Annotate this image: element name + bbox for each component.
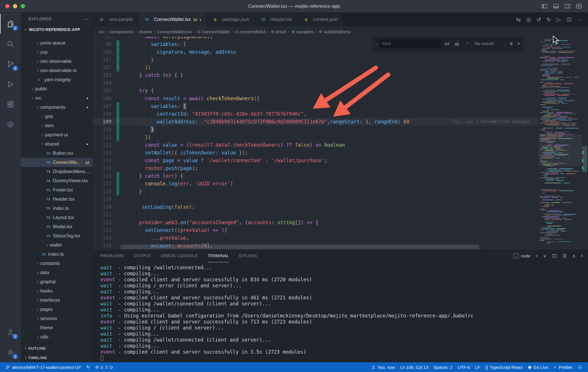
tree-folder-yocto-queue[interactable]: ›yocto-queue bbox=[21, 38, 93, 48]
workspace-section-header[interactable]: › MOJITO-REFERENCE-APP bbox=[21, 25, 93, 34]
tree-file-index-ts[interactable]: TSindex.ts bbox=[21, 250, 93, 259]
gutter[interactable]: 115 bbox=[93, 164, 133, 172]
code-line-124[interactable]: 124 ...prevValue, bbox=[93, 234, 539, 242]
tree-file-header-tsx[interactable]: TSHeader.tsx bbox=[21, 195, 93, 204]
zoom-window-button[interactable] bbox=[21, 4, 25, 8]
status-go-live[interactable]: ◉Go Live bbox=[525, 362, 551, 372]
tree-folder-graphql[interactable]: ›graphql bbox=[21, 277, 93, 286]
split-terminal-icon[interactable] bbox=[552, 253, 557, 259]
tree-file-footer-tsx[interactable]: TSFooter.tsx bbox=[21, 185, 93, 195]
gutter[interactable]: 116 bbox=[93, 172, 133, 180]
terminal-output[interactable]: wait - compiling /wallet/connected...wai… bbox=[93, 262, 588, 362]
navigate-forward-icon[interactable]: ↻ bbox=[546, 16, 551, 23]
status-blame-status[interactable]: You, now bbox=[368, 362, 398, 372]
status-eol[interactable]: LF bbox=[473, 362, 483, 372]
activitybar-run-and-debug[interactable] bbox=[0, 74, 21, 94]
tab-header-tsx[interactable]: TSHeader.tsx bbox=[255, 13, 297, 26]
navigate-back-icon[interactable]: ↺ bbox=[537, 16, 541, 23]
gutter[interactable]: 102 bbox=[93, 64, 133, 71]
close-find-icon[interactable]: × bbox=[517, 41, 520, 46]
tree-folder-item[interactable]: ›item bbox=[21, 121, 93, 130]
status-cursor-position[interactable]: Ln 109, Col 13 bbox=[398, 362, 431, 372]
terminal-prompt[interactable] bbox=[100, 355, 588, 361]
gutter[interactable]: 121 bbox=[93, 211, 133, 219]
tree-folder-theme[interactable]: ›theme bbox=[21, 323, 93, 332]
tab-env-sample[interactable]: ⚙.env.sample bbox=[93, 13, 138, 26]
panel-tab-gitlens[interactable]: GITLENS bbox=[239, 249, 257, 262]
code-line-104[interactable]: 104 bbox=[93, 79, 539, 87]
toggle-replace-icon[interactable]: › bbox=[375, 41, 378, 46]
breadcrumb-variables[interactable]: ⚙variables bbox=[291, 29, 314, 34]
activitybar-extensions[interactable] bbox=[0, 94, 21, 114]
tree-folder-zen-observable-ts[interactable]: ›zen-observable-ts bbox=[21, 66, 93, 75]
tree-folder-grid[interactable]: ›grid bbox=[21, 112, 93, 121]
gutter[interactable]: 113 bbox=[93, 149, 133, 157]
tab-content-json[interactable]: {}content.json bbox=[298, 13, 343, 26]
gutter[interactable]: 106 bbox=[93, 95, 133, 102]
minimize-window-button[interactable] bbox=[13, 4, 17, 8]
tab-package-json[interactable]: {}package.json bbox=[207, 13, 255, 26]
tree-folder-utils[interactable]: ›utils bbox=[21, 332, 93, 342]
tree-folder-zen-observable[interactable]: ›zen-observable bbox=[21, 57, 93, 66]
breadcrumb-connectwallet[interactable]: ⊡ConnectWallet bbox=[197, 29, 230, 34]
breadcrumb-src[interactable]: src bbox=[99, 29, 105, 34]
code-line-105[interactable]: 105 try { bbox=[93, 87, 539, 95]
code-line-111[interactable]: 111 }) bbox=[93, 133, 539, 141]
tree-file-connectwa[interactable]: TSConnectWa...M bbox=[21, 158, 93, 167]
maximize-panel-icon[interactable]: ∧ bbox=[572, 253, 576, 259]
code-line-115[interactable]: 115 router.push(page); bbox=[93, 164, 539, 172]
minimap-slider[interactable] bbox=[539, 134, 582, 166]
gutter[interactable]: 99 bbox=[93, 40, 133, 48]
status-git-branch[interactable]: alexinx/MRKT-17-wallet-connect-UI* bbox=[3, 362, 84, 372]
gutter[interactable]: 100 bbox=[93, 48, 133, 56]
status-problems[interactable]: ⊘0⚠0 bbox=[93, 362, 115, 372]
activitybar-settings[interactable]: 1 bbox=[0, 342, 21, 362]
activitybar-accounts[interactable]: 1 bbox=[0, 322, 21, 342]
code-line-118[interactable]: 118 } bbox=[93, 188, 539, 195]
tree-file-yarn-integrity[interactable]: ≡.yarn-integrity bbox=[21, 75, 93, 84]
open-changes-icon[interactable]: ◎ bbox=[526, 16, 531, 23]
timeline-section-header[interactable]: › TIMELINE bbox=[21, 353, 93, 362]
terminal-dropdown-icon[interactable]: ∨ bbox=[543, 253, 546, 259]
gutter[interactable]: 103 bbox=[93, 71, 133, 79]
tree-folder-payment-ui[interactable]: ›payment-ui bbox=[21, 130, 93, 140]
code-line-123[interactable]: 123 setConnect((prevValue) => ({ bbox=[93, 226, 539, 234]
gutter[interactable]: 114 bbox=[93, 157, 133, 164]
horizontal-scrollbar[interactable] bbox=[121, 245, 479, 249]
tree-folder-components[interactable]: ›components● bbox=[21, 103, 93, 112]
code-line-107[interactable]: 107 variables: { bbox=[93, 102, 539, 110]
close-panel-icon[interactable]: × bbox=[581, 253, 583, 259]
gutter[interactable]: 120 bbox=[93, 203, 133, 211]
activitybar-gitlens[interactable] bbox=[0, 114, 21, 134]
tree-folder-public[interactable]: ›public bbox=[21, 84, 93, 94]
gutter[interactable]: 108 bbox=[93, 110, 133, 118]
code-line-103[interactable]: 103 } catch (e) { } bbox=[93, 71, 539, 79]
find-in-selection-icon[interactable]: ≣ bbox=[507, 40, 515, 47]
tree-folder-hooks[interactable]: ›hooks bbox=[21, 286, 93, 296]
code-line-110[interactable]: 110 } bbox=[93, 126, 539, 133]
code-line-108[interactable]: 108 contractId: "81503ff9-cb5c-428e-bb37… bbox=[93, 110, 539, 118]
code-line-121[interactable]: 121 bbox=[93, 211, 539, 219]
gutter[interactable]: 119 bbox=[93, 195, 133, 203]
terminal-shell-selector[interactable]: >node bbox=[513, 253, 530, 259]
find-widget[interactable]: › Aa ab .* No results ↑ ↓ ≣ × bbox=[374, 37, 523, 50]
gutter[interactable]: 123 bbox=[93, 226, 133, 234]
regex-icon[interactable]: .* bbox=[463, 40, 471, 47]
breadcrumb-walletaddress[interactable]: ⚙walletAddress bbox=[319, 29, 351, 34]
breadcrumb-shared[interactable]: shared bbox=[139, 29, 152, 34]
panel-tab-terminal[interactable]: TERMINAL bbox=[208, 249, 229, 262]
code-line-119[interactable]: 119 bbox=[93, 195, 539, 203]
tree-file-statustag-tsx[interactable]: TSStatusTag.tsx bbox=[21, 231, 93, 241]
tree-file-button-tsx[interactable]: TSButton.tsx bbox=[21, 149, 93, 158]
find-input[interactable] bbox=[380, 39, 441, 48]
code-line-102[interactable]: 102 }) bbox=[93, 64, 539, 71]
activitybar-explorer[interactable]: 1 bbox=[0, 14, 21, 34]
vertical-scrollbar[interactable] bbox=[582, 37, 588, 249]
tree-folder-constants[interactable]: ›constants bbox=[21, 259, 93, 268]
code-line-117[interactable]: 117 console.log(err, 'UUID error') bbox=[93, 180, 539, 188]
code-line-113[interactable]: 113 setWallet({ isTokenOwner: value }); bbox=[93, 149, 539, 157]
code-line-106[interactable]: 106 const result = await checkTokenOwner… bbox=[93, 95, 539, 102]
gutter[interactable]: 112 bbox=[93, 141, 133, 149]
tree-folder-pages[interactable]: ›pages bbox=[21, 305, 93, 314]
gutter[interactable]: 101 bbox=[93, 56, 133, 64]
